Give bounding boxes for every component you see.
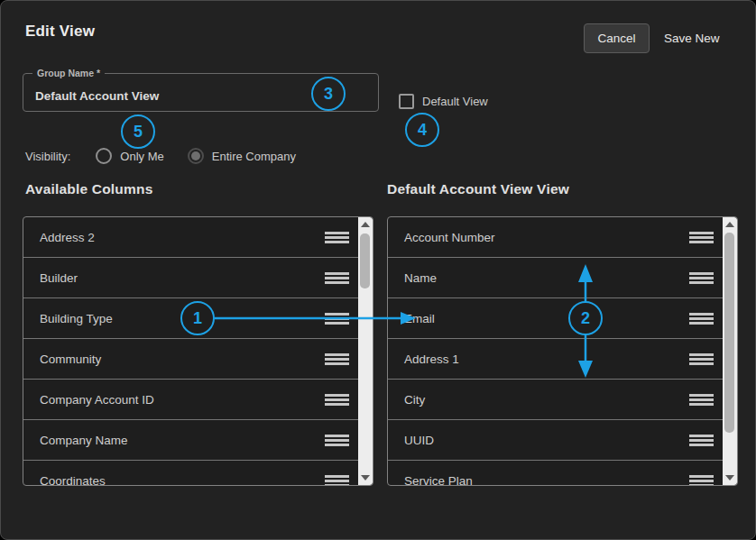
drag-handle-icon[interactable] — [689, 394, 714, 406]
list-item[interactable]: Coordinates — [23, 461, 358, 486]
visibility-radio-group: Only MeEntire Company — [96, 148, 319, 164]
selected-columns-rows: Account NumberNameEmailAddress 1CityUUID… — [388, 217, 723, 486]
drag-handle-icon[interactable] — [325, 232, 349, 243]
radio-label: Entire Company — [212, 150, 296, 163]
column-label: Company Account ID — [40, 393, 325, 407]
drag-handle-icon[interactable] — [325, 313, 349, 325]
drag-handle-icon[interactable] — [689, 475, 714, 487]
visibility-row: Visibility: Only MeEntire Company — [25, 148, 319, 164]
drag-handle-icon[interactable] — [689, 435, 714, 446]
drag-handle-icon[interactable] — [689, 232, 714, 243]
list-item[interactable]: Community — [23, 339, 358, 380]
page-title: Edit View — [25, 23, 95, 41]
checkbox-icon[interactable] — [399, 94, 414, 109]
list-item[interactable]: City — [388, 380, 723, 420]
group-name-label: Group Name * — [32, 68, 105, 78]
scrollbar[interactable] — [358, 217, 373, 485]
list-item[interactable]: Name — [388, 258, 723, 298]
list-item[interactable]: Company Name — [23, 420, 358, 461]
available-columns-rows: Address 2BuilderBuilding TypeCommunityCo… — [23, 217, 358, 486]
annotation-circle-4: 4 — [405, 113, 439, 147]
drag-handle-icon[interactable] — [325, 475, 349, 487]
column-label: Address 1 — [404, 352, 689, 366]
drag-handle-icon[interactable] — [325, 272, 349, 284]
selected-columns-list: Account NumberNameEmailAddress 1CityUUID… — [387, 216, 738, 486]
edit-view-dialog: Edit View Cancel Save New Group Name * D… — [0, 0, 756, 540]
default-view-checkbox-row[interactable]: Default View — [399, 94, 488, 109]
column-label: Community — [40, 352, 325, 366]
scroll-up-icon[interactable] — [725, 222, 734, 227]
annotation-circle-2: 2 — [568, 301, 603, 335]
column-label: Builder — [40, 271, 325, 285]
default-view-label: Default View — [422, 95, 488, 108]
visibility-option-entire-company[interactable]: Entire Company — [188, 148, 296, 164]
radio-icon[interactable] — [188, 148, 204, 164]
list-item[interactable]: Email — [388, 298, 723, 339]
list-item[interactable]: Service Plan — [388, 461, 723, 486]
drag-handle-icon[interactable] — [689, 353, 714, 365]
scrollbar-thumb[interactable] — [724, 233, 734, 433]
drag-handle-icon[interactable] — [325, 394, 349, 406]
save-new-button[interactable]: Save New — [657, 23, 727, 53]
available-columns-list: Address 2BuilderBuilding TypeCommunityCo… — [23, 216, 373, 486]
column-label: Address 2 — [40, 231, 325, 244]
drag-handle-icon[interactable] — [689, 313, 714, 325]
list-item[interactable]: Address 2 — [23, 217, 358, 258]
list-item[interactable]: Address 1 — [388, 339, 723, 380]
screen: Edit View Cancel Save New Group Name * D… — [0, 0, 756, 540]
scrollbar-thumb[interactable] — [360, 233, 370, 288]
selected-columns-heading: Default Account View View — [387, 181, 569, 197]
cancel-button[interactable]: Cancel — [584, 23, 650, 53]
available-columns-heading: Available Columns — [25, 181, 153, 197]
column-label: Name — [404, 271, 689, 285]
annotation-circle-5: 5 — [121, 114, 155, 149]
list-item[interactable]: UUID — [388, 420, 723, 461]
list-item[interactable]: Builder — [23, 258, 358, 298]
annotation-circle-1: 1 — [180, 301, 215, 335]
scroll-up-icon[interactable] — [361, 222, 370, 227]
column-label: Email — [404, 312, 689, 325]
scroll-down-icon[interactable] — [361, 475, 370, 481]
list-item[interactable]: Account Number — [388, 217, 723, 258]
list-item[interactable]: Company Account ID — [23, 380, 358, 420]
column-label: UUID — [404, 434, 689, 447]
column-label: Account Number — [404, 231, 689, 244]
column-label: Service Plan — [404, 474, 689, 487]
scroll-down-icon[interactable] — [725, 475, 734, 481]
column-label: Company Name — [40, 434, 325, 447]
radio-label: Only Me — [120, 150, 163, 163]
radio-icon[interactable] — [96, 148, 112, 164]
annotation-circle-3: 3 — [311, 77, 346, 111]
column-label: Coordinates — [40, 474, 325, 487]
scrollbar[interactable] — [723, 217, 737, 485]
visibility-option-only-me[interactable]: Only Me — [96, 148, 163, 164]
drag-handle-icon[interactable] — [325, 435, 349, 446]
group-name-value: Default Account View — [35, 89, 159, 103]
visibility-label: Visibility: — [25, 150, 70, 163]
column-label: City — [404, 393, 689, 407]
drag-handle-icon[interactable] — [689, 272, 714, 284]
drag-handle-icon[interactable] — [325, 353, 349, 365]
